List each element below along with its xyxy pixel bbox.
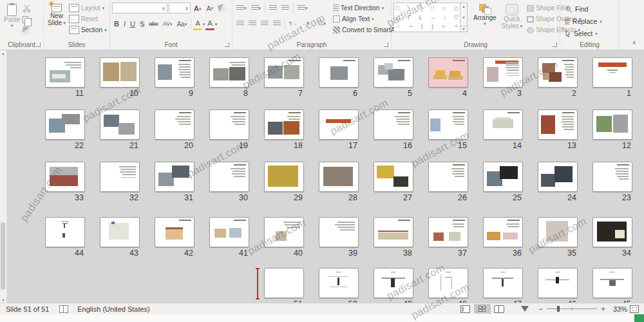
language-indicator[interactable]: English (United States)	[77, 305, 150, 313]
slide-thumbnail[interactable]	[319, 162, 359, 192]
shape-glyph[interactable]: ✧	[453, 24, 459, 30]
shape-glyph[interactable]: )	[431, 24, 433, 30]
shapes-gallery-scroll[interactable]: ▴ ▾ ▾	[460, 3, 468, 32]
shape-glyph[interactable]: △	[395, 15, 400, 21]
clipboard-dialog-launcher[interactable]	[36, 43, 41, 47]
slide-thumbnail[interactable]	[264, 109, 304, 140]
shape-glyph[interactable]: □	[395, 6, 399, 12]
columns-button[interactable]: ▾	[316, 18, 328, 29]
slide-thumbnail[interactable]	[428, 57, 468, 88]
slide-thumbnail[interactable]	[374, 268, 413, 298]
slide-thumbnail[interactable]	[209, 109, 249, 140]
shape-glyph[interactable]: L	[419, 15, 422, 21]
shape-glyph[interactable]: ○	[442, 6, 446, 12]
font-dialog-launcher[interactable]	[225, 43, 229, 47]
select-button[interactable]: Select ▾	[565, 28, 617, 39]
font-size-combobox[interactable]: ∨	[169, 3, 191, 14]
slide-thumbnail[interactable]	[264, 268, 304, 298]
shape-glyph[interactable]: ╲	[407, 6, 410, 12]
slide-thumbnail[interactable]	[155, 109, 194, 140]
slide-thumbnail[interactable]	[209, 217, 249, 247]
underline-button[interactable]: U	[128, 19, 137, 30]
replace-button[interactable]: abac Replace ▾	[565, 16, 617, 26]
scrollbar-up-arrow[interactable]: ▴	[2, 50, 4, 56]
slide-thumbnail[interactable]	[155, 162, 194, 192]
slide-thumbnail[interactable]	[374, 217, 413, 247]
paragraph-dialog-launcher[interactable]	[384, 43, 388, 47]
slide-thumbnail[interactable]	[428, 268, 468, 298]
slide-thumbnail[interactable]	[100, 57, 140, 88]
shape-glyph[interactable]: ☆	[395, 24, 401, 30]
scrollbar-down-arrow[interactable]: ▾	[2, 297, 4, 303]
increase-indent-button[interactable]	[279, 3, 291, 14]
scrollbar-thumb[interactable]	[1, 222, 5, 290]
layout-button[interactable]: Layout ▾	[69, 3, 107, 13]
vertical-scrollbar[interactable]: ▴ ▾	[0, 50, 7, 303]
slide-thumbnail[interactable]	[592, 268, 632, 298]
spell-check-icon[interactable]	[59, 305, 68, 313]
font-name-combobox[interactable]: ∨	[112, 3, 167, 14]
slide-thumbnail[interactable]	[100, 109, 140, 140]
numbering-button[interactable]: ▾	[249, 3, 263, 14]
slide-thumbnail[interactable]	[592, 57, 632, 88]
format-painter-button[interactable]	[23, 26, 33, 35]
copy-button[interactable]: ▾	[23, 15, 33, 24]
slide-thumbnail[interactable]	[45, 57, 85, 88]
slide-thumbnail[interactable]	[428, 217, 468, 247]
slide-thumbnail[interactable]	[483, 217, 523, 247]
fit-to-window-button[interactable]	[630, 305, 639, 313]
cut-button[interactable]	[23, 4, 33, 14]
slide-thumbnail[interactable]	[538, 268, 578, 298]
font-color-button[interactable]: A	[205, 17, 214, 30]
slide-thumbnail[interactable]	[483, 268, 523, 298]
align-right-button[interactable]	[259, 18, 270, 29]
slide-thumbnail[interactable]	[538, 162, 578, 192]
slide-thumbnail[interactable]	[209, 57, 249, 88]
rtl-direction-button[interactable]: ←¶	[299, 18, 311, 29]
slide-thumbnail[interactable]	[319, 109, 359, 140]
align-left-button[interactable]	[234, 18, 246, 29]
slide-position-indicator[interactable]: Slide 51 of 51	[6, 305, 49, 313]
shape-glyph[interactable]: ≈	[442, 24, 445, 30]
slide-sorter-view-button[interactable]	[474, 304, 491, 314]
slide-thumbnail[interactable]	[45, 109, 85, 140]
ltr-direction-button[interactable]: ¶→	[287, 18, 299, 29]
slide-thumbnail[interactable]	[319, 268, 359, 298]
zoom-in-button[interactable]: +	[601, 305, 605, 314]
bullets-button[interactable]: ▾	[234, 3, 249, 14]
shape-glyph[interactable]: ~	[409, 24, 412, 30]
new-slide-button[interactable]: New Slide ▾	[46, 3, 68, 35]
collapse-ribbon-button[interactable]: ∧	[632, 39, 636, 46]
slide-thumbnail[interactable]	[100, 217, 140, 247]
clear-formatting-button[interactable]	[216, 3, 227, 14]
slide-thumbnail[interactable]	[538, 57, 578, 88]
slide-sorter-view[interactable]: 1234567891011121314151617181920212223242…	[0, 50, 644, 303]
slide-thumbnail[interactable]	[592, 109, 632, 140]
slide-thumbnail[interactable]	[483, 162, 523, 192]
slide-thumbnail[interactable]	[538, 109, 578, 140]
zoom-slider[interactable]	[547, 308, 597, 309]
slide-thumbnail[interactable]	[155, 217, 194, 247]
slide-thumbnail[interactable]	[264, 57, 304, 88]
arrange-button[interactable]: Arrange ▾	[471, 3, 498, 27]
slide-thumbnail[interactable]	[45, 162, 85, 192]
bold-button[interactable]: B	[112, 19, 121, 30]
slide-thumbnail[interactable]	[100, 162, 140, 192]
shape-glyph[interactable]: (	[421, 24, 423, 30]
highlight-color-button[interactable]: A	[193, 17, 202, 30]
character-spacing-button[interactable]: AV▾	[161, 19, 175, 30]
slide-thumbnail[interactable]	[428, 109, 468, 140]
decrease-font-size-button[interactable]: A▾	[204, 3, 215, 14]
shape-glyph[interactable]: □	[431, 6, 434, 12]
slide-thumbnail[interactable]	[538, 217, 578, 247]
shape-glyph[interactable]: ▽	[454, 15, 459, 21]
slide-thumbnail[interactable]	[428, 162, 468, 192]
zoom-slider-thumb[interactable]	[557, 306, 560, 312]
decrease-indent-button[interactable]	[267, 3, 279, 14]
slide-thumbnail[interactable]	[483, 109, 523, 140]
shape-glyph[interactable]: ◇	[454, 6, 459, 12]
text-shadow-button[interactable]: S	[138, 19, 146, 30]
slide-thumbnail[interactable]	[374, 162, 413, 192]
slide-show-button[interactable]	[516, 304, 533, 314]
quick-styles-button[interactable]: Quick Styles ▾	[500, 3, 525, 31]
